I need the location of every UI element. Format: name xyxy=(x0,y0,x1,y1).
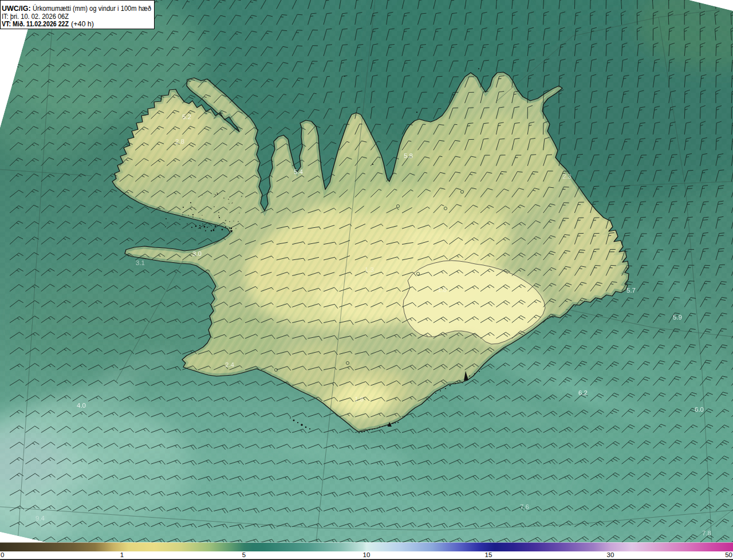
svg-text:1.3: 1.3 xyxy=(365,266,374,273)
svg-text:4.0: 4.0 xyxy=(77,402,86,409)
svg-text:3.0: 3.0 xyxy=(192,250,202,257)
svg-text:5.7: 5.7 xyxy=(626,287,636,294)
svg-text:5.9: 5.9 xyxy=(673,314,682,321)
svg-text:5.2: 5.2 xyxy=(182,113,191,120)
svg-text:2.8: 2.8 xyxy=(175,138,184,145)
svg-text:7.8: 7.8 xyxy=(702,530,711,537)
svg-text:VT: Mið. 11.02.2026 22Z: VT: Mið. 11.02.2026 22Z xyxy=(2,20,69,28)
svg-text:2.3: 2.3 xyxy=(562,173,572,180)
svg-text:5: 5 xyxy=(242,551,246,558)
svg-text:Úrkomumætti (mm) og vindur i 1: Úrkomumætti (mm) og vindur i 100m hæð xyxy=(33,4,151,13)
svg-text:1.0: 1.0 xyxy=(438,286,447,293)
svg-text:(+40 h): (+40 h) xyxy=(71,20,94,28)
svg-text:6.0: 6.0 xyxy=(695,406,704,413)
svg-text:15: 15 xyxy=(485,551,492,558)
svg-text:6.2: 6.2 xyxy=(578,389,588,396)
svg-text:0: 0 xyxy=(1,551,4,558)
svg-text:5.4: 5.4 xyxy=(294,168,304,175)
svg-text:1.8: 1.8 xyxy=(354,396,364,403)
svg-text:IT: þri. 10. 02. 2026 06Z: IT: þri. 10. 02. 2026 06Z xyxy=(2,13,69,21)
svg-text:5.8: 5.8 xyxy=(404,152,413,159)
svg-text:2.4: 2.4 xyxy=(225,361,235,368)
svg-text:10: 10 xyxy=(363,551,371,558)
svg-text:1: 1 xyxy=(120,551,124,558)
svg-text:UWC/IG:: UWC/IG: xyxy=(2,5,31,13)
svg-text:30: 30 xyxy=(607,551,614,558)
svg-text:9.4: 9.4 xyxy=(36,515,45,522)
svg-text:50: 50 xyxy=(725,551,732,558)
svg-text:3.1: 3.1 xyxy=(136,259,145,266)
svg-text:7.6: 7.6 xyxy=(520,503,529,510)
